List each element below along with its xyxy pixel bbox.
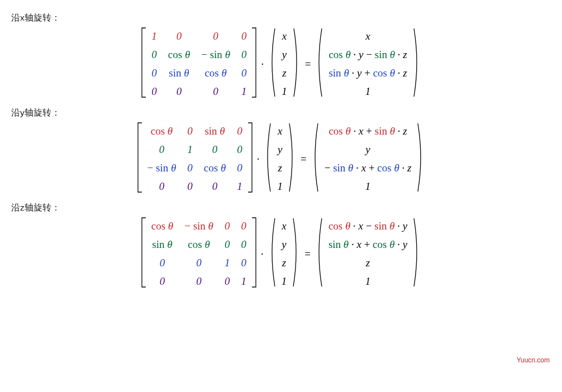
rotation-matrix: cos θ− sin θ00sin θcos θ0000100001 bbox=[146, 217, 252, 290]
heading-y-rotation: 沿y轴旋转： bbox=[11, 107, 551, 119]
equation-x-rotation: 10000cos θ− sin θ00sin θcos θ00001·xyz1=… bbox=[11, 27, 551, 101]
rotation-matrix: cos θ0sin θ00100− sin θ0cos θ00001 bbox=[142, 122, 248, 195]
result-vector: cos θ · x + sin θ · zy− sin θ · x + cos … bbox=[319, 122, 417, 195]
watermark-text: Yuucn.com bbox=[517, 356, 550, 364]
result-vector: xyz1 bbox=[276, 217, 293, 290]
result-vector: xyz1 bbox=[276, 27, 293, 101]
heading-x-rotation: 沿x轴旋转： bbox=[11, 12, 551, 24]
heading-z-rotation: 沿z轴旋转： bbox=[11, 202, 551, 214]
result-vector: xyz1 bbox=[272, 122, 288, 195]
document-page: 沿x轴旋转： 10000cos θ− sin θ00sin θcos θ0000… bbox=[0, 0, 562, 392]
equation-z-rotation: cos θ− sin θ00sin θcos θ0000100001·xyz1=… bbox=[11, 217, 551, 290]
equation-y-rotation: cos θ0sin θ00100− sin θ0cos θ00001·xyz1=… bbox=[11, 122, 551, 195]
rotation-matrix: 10000cos θ− sin θ00sin θcos θ00001 bbox=[146, 27, 252, 101]
result-vector: cos θ · x − sin θ · ysin θ · x + cos θ ·… bbox=[323, 217, 413, 290]
result-vector: xcos θ · y − sin θ · zsin θ · y + cos θ … bbox=[323, 27, 412, 101]
